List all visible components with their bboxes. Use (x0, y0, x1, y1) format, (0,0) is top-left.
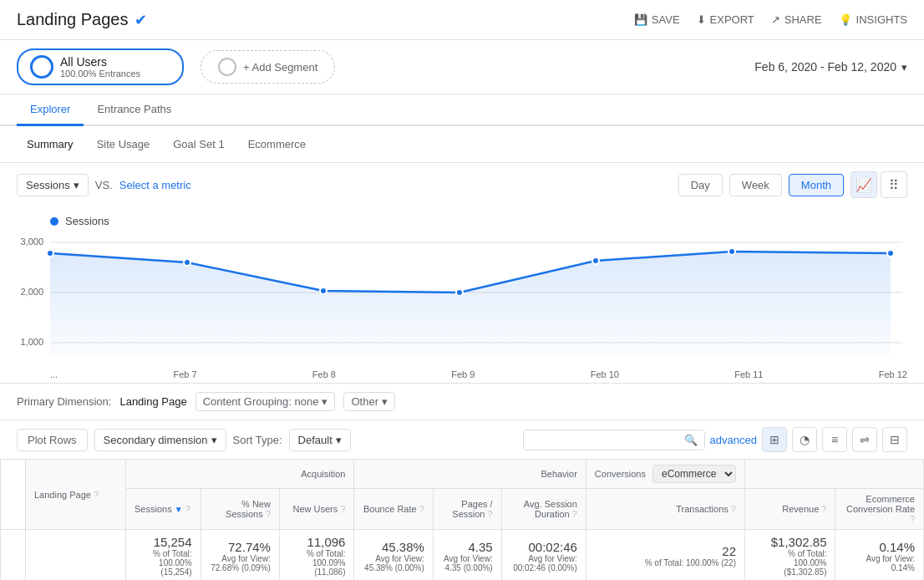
ecommerce-group-header (744, 460, 923, 489)
chart-area: 3,000 2,000 1,000 (17, 232, 907, 366)
segment-circle (30, 55, 53, 79)
svg-text:1,000: 1,000 (20, 337, 43, 347)
data-point-0 (47, 250, 53, 257)
segment-left: All Users 100.00% Entrances + Add Segmen… (17, 48, 335, 85)
chart-x-labels: ... Feb 7 Feb 8 Feb 9 Feb 10 Feb 11 Feb … (17, 366, 907, 383)
metric-select[interactable]: Sessions ▾ (17, 174, 89, 196)
conversions-label: Conversions (595, 469, 646, 479)
data-point-1 (184, 259, 190, 266)
all-users-segment[interactable]: All Users 100.00% Entrances (17, 48, 184, 85)
advanced-link[interactable]: advanced (710, 434, 757, 446)
svg-text:2,000: 2,000 (20, 287, 43, 297)
table-pie-view-button[interactable]: ◔ (792, 427, 817, 452)
sub-tab-ecommerce[interactable]: Ecommerce (238, 135, 316, 154)
data-point-4 (592, 257, 599, 264)
other-select[interactable]: Other ▾ (343, 392, 395, 411)
pie-icon: ◔ (800, 433, 810, 446)
chart-view-icons: 📈 ⠿ (850, 171, 907, 198)
new-users-help-icon[interactable]: ? (340, 504, 345, 514)
dimension-bar: Primary Dimension: Landing Page Content … (0, 383, 924, 420)
scatter-chart-icon: ⠿ (889, 177, 899, 193)
share-icon: ↗ (771, 13, 780, 26)
chart-container: Sessions 3,000 2,000 1,000 (0, 206, 924, 383)
secondary-dim-label: Secondary dimension (104, 434, 208, 446)
legend-label: Sessions (65, 215, 109, 227)
sessions-sort-icon[interactable]: ▼ (175, 505, 183, 514)
bounce-rate-help-icon[interactable]: ? (419, 504, 424, 514)
pct-new-sessions-col-header: % New Sessions ? (201, 489, 279, 530)
data-point-6 (887, 250, 894, 257)
ecomm-rate-help-icon[interactable]: ? (910, 514, 915, 524)
svg-text:3,000: 3,000 (20, 237, 43, 247)
totals-revenue: $1,302.85 % of Total: 100.00% ($1,302.85… (744, 530, 835, 581)
search-icon[interactable]: 🔍 (684, 434, 698, 446)
table-toolbar: Plot Rows Secondary dimension ▾ Sort Typ… (0, 420, 924, 459)
add-segment-button[interactable]: + Add Segment (201, 50, 335, 84)
share-button[interactable]: ↗ SHARE (771, 13, 822, 26)
period-month-button[interactable]: Month (789, 174, 844, 196)
compare-icon: ⇌ (860, 433, 870, 446)
period-week-button[interactable]: Week (729, 174, 782, 196)
checkbox-header (1, 460, 26, 530)
top-bar-left: Landing Pages ✔ (17, 10, 147, 29)
x-label-5: Feb 11 (734, 369, 763, 379)
date-range-picker[interactable]: Feb 6, 2020 - Feb 12, 2020 ▾ (754, 60, 907, 74)
date-range-chevron: ▾ (901, 61, 907, 74)
sub-tab-site-usage[interactable]: Site Usage (87, 135, 160, 154)
add-segment-label: + Add Segment (243, 61, 317, 74)
other-label: Other (351, 395, 378, 408)
search-input[interactable] (531, 434, 681, 446)
landing-page-header: Landing Page ? (26, 460, 126, 530)
ecomm-rate-col-header: Ecommerce Conversion Rate ? (835, 489, 924, 530)
sort-chevron: ▾ (336, 434, 342, 446)
line-chart-button[interactable]: 📈 (850, 171, 877, 198)
pages-session-help-icon[interactable]: ? (488, 509, 493, 519)
pct-new-help-icon[interactable]: ? (266, 509, 271, 519)
content-grouping-select[interactable]: Content Grouping: none ▾ (195, 392, 336, 411)
revenue-help-icon[interactable]: ? (821, 504, 826, 514)
landing-page-help-icon[interactable]: ? (94, 490, 99, 500)
segment-name: All Users (60, 55, 140, 69)
table-grid-view-button[interactable]: ⊞ (762, 427, 787, 452)
bounce-rate-col-header: Bounce Rate ? (354, 489, 433, 530)
plot-rows-button[interactable]: Plot Rows (17, 429, 88, 451)
content-grouping-chevron: ▾ (322, 395, 327, 408)
sub-tab-goal-set-1[interactable]: Goal Set 1 (163, 135, 234, 154)
data-point-5 (729, 248, 735, 255)
insights-button[interactable]: 💡 INSIGHTS (839, 13, 907, 26)
table-bar-view-button[interactable]: ≡ (822, 427, 847, 452)
vs-text: VS. (95, 179, 113, 191)
export-button[interactable]: ⬇ EXPORT (697, 13, 754, 26)
totals-bounce-rate: 45.38% Avg for View: 45.38% (0.00%) (354, 530, 433, 581)
sessions-help-icon[interactable]: ? (185, 504, 190, 514)
secondary-dimension-select[interactable]: Secondary dimension ▾ (94, 429, 226, 451)
sub-tab-summary[interactable]: Summary (17, 135, 84, 154)
avg-session-col-header: Avg. Session Duration ? (501, 489, 586, 530)
data-point-2 (320, 287, 327, 294)
line-chart-icon: 📈 (855, 177, 872, 193)
sub-tabs: Summary Site Usage Goal Set 1 Ecommerce (0, 126, 924, 163)
save-label: SAVE (652, 13, 680, 26)
period-day-button[interactable]: Day (678, 174, 723, 196)
table-pivot-view-button[interactable]: ⊟ (882, 427, 907, 452)
new-users-col-header: New Users ? (279, 489, 354, 530)
select-metric-link[interactable]: Select a metric (119, 179, 191, 191)
x-label-2: Feb 8 (312, 369, 336, 379)
tab-entrance-paths[interactable]: Entrance Paths (84, 94, 185, 126)
page-title: Landing Pages (17, 10, 128, 29)
table-compare-view-button[interactable]: ⇌ (852, 427, 877, 452)
avg-session-help-icon[interactable]: ? (572, 509, 577, 519)
date-range-text: Feb 6, 2020 - Feb 12, 2020 (754, 60, 896, 74)
scatter-chart-button[interactable]: ⠿ (881, 171, 907, 198)
add-segment-circle (218, 58, 236, 76)
ecommerce-select[interactable]: eCommerce (652, 465, 736, 483)
totals-checkbox (1, 530, 26, 581)
sort-type-select[interactable]: Default ▾ (289, 429, 351, 451)
chart-controls-right: Day Week Month 📈 ⠿ (678, 171, 907, 198)
data-table-container: Landing Page ? Acquisition Behavior Conv… (0, 459, 924, 580)
save-button[interactable]: 💾 SAVE (634, 13, 680, 26)
dimension-value[interactable]: Landing Page (119, 395, 186, 408)
tab-explorer[interactable]: Explorer (17, 94, 84, 126)
transactions-help-icon[interactable]: ? (731, 504, 736, 514)
insights-icon: 💡 (839, 13, 852, 26)
